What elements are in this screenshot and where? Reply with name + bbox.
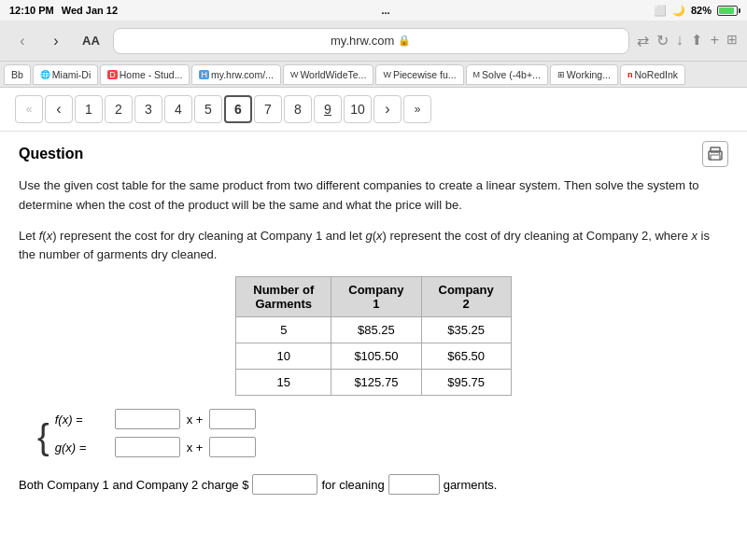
content-area: « ‹ 1 2 3 4 5 6 7 8 9 10 › » Question Us… bbox=[0, 88, 747, 560]
question-title: Question bbox=[19, 146, 83, 162]
lock-icon: 🔒 bbox=[398, 35, 411, 47]
last-page-button[interactable]: » bbox=[403, 95, 431, 123]
print-button[interactable] bbox=[702, 141, 728, 167]
tab-bb-label: Bb bbox=[11, 69, 23, 80]
aa-button[interactable]: AA bbox=[77, 34, 106, 48]
tab-working-label: Working... bbox=[567, 69, 611, 80]
forward-button[interactable]: › bbox=[43, 28, 69, 54]
tabs-bar: Bb 🌐 Miami-Di D Home - Stud... H my.hrw.… bbox=[0, 62, 747, 88]
share-icon[interactable]: ⬆ bbox=[691, 32, 703, 49]
cell-garments-10: 10 bbox=[236, 343, 331, 370]
status-left: 12:10 PM Wed Jan 12 bbox=[9, 5, 118, 16]
cost-table: Number ofGarments Company1 Company2 5 $8… bbox=[235, 276, 511, 396]
tab-noredink-label: NoRedInk bbox=[634, 69, 678, 80]
status-bar: 12:10 PM Wed Jan 12 ... ⬜ 🌙 82% bbox=[0, 0, 747, 21]
tab-working-icon: ⊞ bbox=[557, 70, 565, 79]
time: 12:10 PM bbox=[9, 5, 54, 16]
table-row: 10 $105.50 $65.50 bbox=[236, 343, 511, 370]
tab-noredink-icon: n bbox=[627, 70, 633, 79]
problem-text-1: Use the given cost table for the same pr… bbox=[19, 176, 728, 216]
tab-hrw-label: my.hrw.com/... bbox=[211, 69, 274, 80]
svg-point-3 bbox=[719, 153, 721, 155]
airdrop-icon[interactable]: ⇄ bbox=[637, 32, 649, 49]
moon-icon: 🌙 bbox=[672, 5, 685, 17]
problem-text-2: Let f(x) represent the cost for dry clea… bbox=[19, 227, 728, 266]
add-tab-icon[interactable]: + bbox=[711, 32, 719, 49]
page-5-button[interactable]: 5 bbox=[194, 95, 222, 123]
next-page-button[interactable]: › bbox=[374, 95, 402, 123]
tab-home[interactable]: D Home - Stud... bbox=[100, 64, 190, 85]
battery-label: 82% bbox=[691, 5, 712, 16]
cell-garments-15: 15 bbox=[236, 370, 331, 396]
address-bar[interactable]: my.hrw.com 🔒 bbox=[113, 28, 629, 54]
tab-miami[interactable]: 🌐 Miami-Di bbox=[33, 64, 98, 85]
page-4-button[interactable]: 4 bbox=[164, 95, 192, 123]
fx-coefficient-input[interactable] bbox=[115, 409, 180, 429]
refresh-icon[interactable]: ↻ bbox=[656, 32, 669, 49]
cell-company1-5: $85.25 bbox=[331, 317, 421, 343]
tab-piecewise-icon: W bbox=[383, 70, 391, 79]
page-7-button[interactable]: 7 bbox=[254, 95, 282, 123]
gx-label: g(x) = bbox=[55, 441, 111, 455]
page-8-button[interactable]: 8 bbox=[284, 95, 312, 123]
cell-company1-15: $125.75 bbox=[331, 370, 421, 396]
tab-working[interactable]: ⊞ Working... bbox=[550, 64, 618, 85]
tab-piecewise[interactable]: W Piecewise fu... bbox=[375, 64, 463, 85]
page-1-button[interactable]: 1 bbox=[75, 95, 103, 123]
gx-constant-input[interactable] bbox=[209, 437, 256, 457]
screen-icon: ⬜ bbox=[654, 5, 667, 17]
equations-rows: f(x) = x + g(x) = x + bbox=[55, 409, 257, 465]
page-10-button[interactable]: 10 bbox=[344, 95, 372, 123]
brace-icon: { bbox=[37, 419, 49, 455]
browser-chrome: ‹ › AA my.hrw.com 🔒 ⇄ ↻ ↓ ⬆ + ⊞ bbox=[0, 21, 747, 62]
gx-x-label: x + bbox=[187, 441, 204, 455]
cell-company2-10: $65.50 bbox=[421, 343, 511, 370]
fx-label: f(x) = bbox=[55, 413, 111, 427]
cell-company1-10: $105.50 bbox=[331, 343, 421, 370]
gx-equation-row: g(x) = x + bbox=[55, 437, 257, 457]
cell-company2-15: $95.75 bbox=[421, 370, 511, 396]
toolbar-right: ⇄ ↻ ↓ ⬆ + ⊞ bbox=[637, 32, 738, 49]
svg-rect-2 bbox=[711, 155, 720, 160]
tab-home-icon: D bbox=[107, 70, 118, 79]
prev-page-button[interactable]: ‹ bbox=[45, 95, 73, 123]
date: Wed Jan 12 bbox=[62, 5, 118, 16]
charge-amount-input[interactable] bbox=[252, 474, 317, 495]
cell-company2-5: $35.25 bbox=[421, 317, 511, 343]
tab-worldwide[interactable]: W WorldWideTe... bbox=[283, 64, 374, 85]
page-2-button[interactable]: 2 bbox=[105, 95, 133, 123]
download-icon[interactable]: ↓ bbox=[676, 32, 684, 49]
page-6-button[interactable]: 6 bbox=[224, 95, 252, 123]
gx-coefficient-input[interactable] bbox=[115, 437, 180, 457]
page-9-button[interactable]: 9 bbox=[314, 95, 342, 123]
tab-noredink[interactable]: n NoRedInk bbox=[620, 64, 685, 85]
pagination: « ‹ 1 2 3 4 5 6 7 8 9 10 › » bbox=[0, 88, 747, 132]
back-button[interactable]: ‹ bbox=[9, 28, 35, 54]
tab-hrw[interactable]: H my.hrw.com/... bbox=[191, 64, 280, 85]
garments-count-input[interactable] bbox=[388, 474, 440, 495]
tab-home-label: Home - Stud... bbox=[120, 69, 183, 80]
tab-piecewise-label: Piecewise fu... bbox=[393, 69, 457, 80]
tab-bb[interactable]: Bb bbox=[4, 64, 31, 85]
fx-equation-row: f(x) = x + bbox=[55, 409, 257, 429]
page-3-button[interactable]: 3 bbox=[134, 95, 162, 123]
tab-worldwide-label: WorldWideTe... bbox=[300, 69, 366, 80]
bottom-question: Both Company 1 and Company 2 charge $ fo… bbox=[19, 474, 728, 495]
col-company2-header: Company2 bbox=[421, 277, 511, 317]
cell-garments-5: 5 bbox=[236, 317, 331, 343]
fx-constant-input[interactable] bbox=[209, 409, 256, 429]
tab-solve-icon: M bbox=[473, 70, 481, 79]
table-row: 15 $125.75 $95.75 bbox=[236, 370, 511, 396]
svg-rect-1 bbox=[711, 147, 720, 152]
tab-miami-label: Miami-Di bbox=[52, 69, 91, 80]
tabs-icon[interactable]: ⊞ bbox=[726, 32, 738, 49]
table-row: 5 $85.25 $35.25 bbox=[236, 317, 511, 343]
equation-system: { f(x) = x + g(x) = x + bbox=[37, 409, 728, 465]
tab-miami-icon: 🌐 bbox=[40, 70, 50, 79]
tab-solve[interactable]: M Solve (-4b+... bbox=[466, 64, 548, 85]
status-dots: ... bbox=[381, 5, 389, 16]
tab-hrw-icon: H bbox=[199, 70, 209, 79]
equations-container: { f(x) = x + g(x) = x + bbox=[37, 409, 728, 465]
fx-x-label: x + bbox=[187, 413, 204, 427]
first-page-button[interactable]: « bbox=[15, 95, 43, 123]
